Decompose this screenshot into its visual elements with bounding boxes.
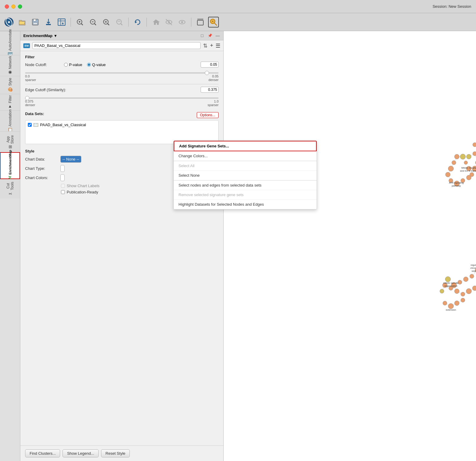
style-icon: 🎨: [8, 87, 13, 92]
zoom-fit-icon[interactable]: [114, 17, 125, 28]
network-node[interactable]: [440, 289, 444, 293]
sidebar-item-filter[interactable]: ▼ Filter: [0, 94, 20, 110]
pvalue-radio[interactable]: [64, 63, 68, 67]
pin-panel-button[interactable]: 📌: [207, 33, 213, 38]
network-node[interactable]: [454, 301, 459, 306]
reset-style-button[interactable]: Reset Style: [101, 449, 130, 457]
network-node[interactable]: [463, 277, 468, 282]
maximize-panel-button[interactable]: □: [199, 33, 205, 38]
sidebar-item-enrichmentmap[interactable]: EM EnrichmentMap: [0, 152, 20, 179]
app-logo-icon: [4, 17, 14, 28]
network-node[interactable]: [464, 161, 468, 164]
minimize-button[interactable]: [11, 4, 16, 9]
save-file-icon[interactable]: [30, 17, 41, 28]
edge-cutoff-slider[interactable]: [25, 97, 219, 99]
filter-section: Filter Node Cutoff: P-value Q-value: [25, 55, 219, 107]
network-scroll-arrows[interactable]: ⇅: [203, 42, 208, 49]
close-panel-button[interactable]: —: [215, 33, 220, 38]
network-node[interactable]: [446, 172, 450, 177]
zoom-out-icon[interactable]: [88, 17, 98, 28]
node-cutoff-value-input[interactable]: [201, 62, 219, 68]
network-node[interactable]: [454, 154, 459, 159]
network-node[interactable]: [461, 298, 465, 302]
export-icon[interactable]: [195, 17, 206, 28]
sidebar-item-autoannotate[interactable]: 🔤 AutoAnnotate: [0, 31, 20, 55]
pvalue-radio-label[interactable]: P-value: [64, 62, 82, 67]
network-nodes[interactable]: [440, 139, 476, 315]
chart-data-select[interactable]: -- None --: [60, 156, 81, 163]
sidebar-item-cuttools[interactable]: ✂ Cut Tools: [0, 179, 20, 199]
show-legend-button[interactable]: Show Legend...: [62, 449, 98, 457]
sidebar-item-annotation[interactable]: 📋 Annotation: [0, 110, 20, 131]
add-signature-gene-sets-item[interactable]: Add Signature Gene Sets...: [174, 141, 317, 151]
close-button[interactable]: [5, 4, 9, 9]
network-node[interactable]: [445, 277, 451, 282]
sidebar-item-appstore[interactable]: ⊞ App Store: [0, 131, 20, 152]
publication-ready-checkbox[interactable]: [61, 190, 65, 194]
network-node[interactable]: [466, 288, 472, 294]
network-node[interactable]: [452, 161, 456, 165]
network-node[interactable]: [466, 154, 471, 159]
qvalue-radio[interactable]: [87, 63, 91, 67]
svg-line-17: [108, 24, 109, 25]
show-nodes-icon[interactable]: [177, 17, 187, 28]
panel-dropdown-arrow[interactable]: ▾: [54, 33, 57, 38]
network-node[interactable]: [454, 289, 459, 294]
svg-text:Mitotic G1 phase: Mitotic G1 phase: [461, 167, 476, 169]
toolbar-separator-1: [71, 18, 71, 27]
network-visualization[interactable]: G2 M Transition Mitotic Spindle Checkpoi…: [224, 31, 476, 461]
zoom-reset-icon[interactable]: [101, 17, 112, 28]
sidebar-item-network[interactable]: ◉ Network: [0, 55, 20, 76]
select-none-item[interactable]: Select None: [174, 171, 317, 180]
open-file-icon[interactable]: [17, 17, 28, 28]
network-select[interactable]: PAAD_Basal_vs_Classical: [32, 42, 201, 49]
network-node[interactable]: [443, 301, 447, 305]
svg-text:and G1 S transition: and G1 S transition: [460, 170, 476, 172]
network-node[interactable]: [472, 286, 476, 291]
svg-text:regulation of: regulation of: [471, 264, 476, 266]
refresh-layout-icon[interactable]: [132, 17, 143, 28]
hide-nodes-icon[interactable]: [164, 17, 174, 28]
qvalue-radio-label[interactable]: Q-value: [87, 62, 106, 67]
import-network-icon[interactable]: [43, 17, 54, 28]
network-node[interactable]: [470, 274, 474, 278]
cuttools-icon: ✂: [8, 191, 13, 196]
zoom-in-icon[interactable]: [74, 17, 85, 28]
network-node[interactable]: [448, 303, 454, 309]
show-chart-labels-checkbox[interactable]: [61, 184, 65, 188]
edge-cutoff-value-input[interactable]: [201, 87, 219, 93]
network-node[interactable]: [461, 292, 465, 296]
home-icon[interactable]: [150, 17, 161, 28]
datasets-label: Data Sets:: [25, 112, 44, 116]
network-node[interactable]: [460, 154, 466, 159]
panel-title: EnrichmentMap: [23, 33, 53, 38]
select-nodes-edges-item[interactable]: Select nodes and edges from selected dat…: [174, 181, 317, 190]
dataset-item: 📄 PAAD_Basal_vs_Classical: [27, 122, 217, 128]
add-network-button[interactable]: +: [210, 42, 213, 49]
sidebar-item-style[interactable]: 🎨 Style: [0, 76, 20, 94]
filter-section-title: Filter: [25, 55, 219, 59]
svg-point-2: [8, 21, 10, 23]
find-clusters-button[interactable]: Find Clusters...: [25, 449, 60, 457]
network-node[interactable]: [473, 143, 476, 147]
chart-colors-select[interactable]: [60, 174, 65, 181]
import-table-icon[interactable]: [56, 17, 67, 28]
show-chart-labels-label: Show Chart Labels: [67, 184, 100, 188]
edge-cutoff-slider-container: 0.375 denser 1.0 sparser: [25, 95, 219, 107]
options-button[interactable]: Options...: [197, 112, 219, 118]
network-tab-icon: ◉: [8, 71, 13, 75]
network-menu-button[interactable]: ☰: [216, 42, 220, 49]
select-all-item[interactable]: Select All: [174, 161, 317, 171]
panel-content: Filter Node Cutoff: P-value Q-value: [20, 51, 223, 445]
change-colors-item[interactable]: Change Colors...: [174, 151, 317, 161]
network-node[interactable]: [448, 166, 454, 171]
network-node[interactable]: [473, 152, 476, 156]
node-cutoff-slider[interactable]: [25, 72, 219, 74]
network-node[interactable]: [466, 175, 471, 180]
maximize-button[interactable]: [18, 4, 22, 9]
dataset-checkbox[interactable]: [28, 123, 32, 127]
active-search-icon[interactable]: [208, 17, 219, 28]
chart-type-select[interactable]: [60, 165, 65, 172]
highlight-datasets-item[interactable]: Highlight Datasets for Selected Nodes an…: [174, 200, 317, 209]
remove-signature-item[interactable]: Remove selected signature gene sets: [174, 190, 317, 200]
